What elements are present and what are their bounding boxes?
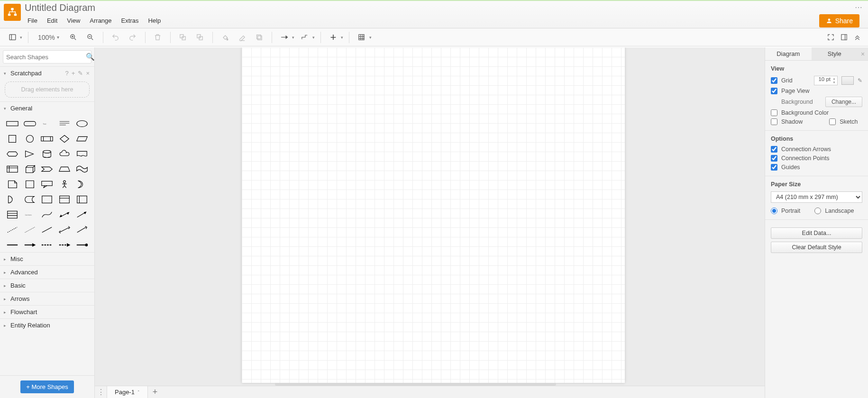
more-shapes-button[interactable]: + More Shapes bbox=[20, 380, 74, 393]
shape-cylinder[interactable] bbox=[39, 148, 55, 160]
fill-color-button[interactable] bbox=[219, 31, 232, 44]
background-color-checkbox[interactable] bbox=[771, 109, 777, 116]
app-logo-icon[interactable] bbox=[4, 4, 21, 21]
shape-directional-arrow[interactable] bbox=[74, 208, 90, 221]
search-shapes-input[interactable]: 🔍 bbox=[3, 50, 91, 63]
document-title[interactable]: Untitled Diagram bbox=[25, 1, 164, 13]
table-button[interactable] bbox=[355, 31, 368, 44]
zoom-in-button[interactable] bbox=[67, 31, 80, 44]
shape-document[interactable] bbox=[74, 148, 90, 160]
shape-parallelogram[interactable] bbox=[74, 133, 90, 145]
shape-list[interactable] bbox=[5, 208, 20, 221]
category-misc[interactable]: ▸Misc bbox=[0, 252, 94, 265]
menu-extras[interactable]: Extras bbox=[118, 15, 143, 26]
shape-circle[interactable] bbox=[22, 133, 38, 145]
zoom-out-button[interactable] bbox=[84, 31, 97, 44]
category-entity-relation[interactable]: ▸Entity Relation bbox=[0, 318, 94, 332]
search-input-field[interactable] bbox=[6, 54, 86, 61]
shape-internal-storage[interactable] bbox=[5, 163, 20, 175]
tab-style[interactable]: Style bbox=[812, 47, 858, 60]
fullscreen-button[interactable] bbox=[825, 31, 836, 44]
shape-curve[interactable] bbox=[39, 208, 55, 221]
shape-link2[interactable] bbox=[22, 239, 38, 251]
add-page-button[interactable]: + bbox=[148, 386, 162, 398]
pages-menu-icon[interactable]: ⋮ bbox=[95, 386, 107, 398]
shadow-checkbox[interactable] bbox=[771, 118, 777, 125]
general-header[interactable]: ▾ General bbox=[0, 101, 94, 115]
shape-arrow-connector[interactable] bbox=[74, 224, 90, 236]
shape-datastore[interactable] bbox=[22, 193, 38, 206]
connection-points-checkbox[interactable] bbox=[771, 155, 777, 162]
shape-cube[interactable] bbox=[22, 163, 38, 175]
line-color-button[interactable] bbox=[236, 31, 249, 44]
shape-cloud[interactable] bbox=[57, 148, 73, 160]
page-tab-1[interactable]: Page-1 ˄ bbox=[107, 386, 148, 398]
diagram-page[interactable] bbox=[242, 47, 625, 383]
shape-textbox[interactable] bbox=[57, 118, 73, 130]
close-format-panel-icon[interactable]: × bbox=[858, 47, 868, 60]
shape-square[interactable] bbox=[5, 133, 20, 145]
portrait-radio[interactable] bbox=[771, 208, 777, 214]
shape-bidir-connector[interactable] bbox=[57, 224, 73, 236]
shape-link5[interactable] bbox=[74, 239, 90, 251]
connection-style-button[interactable] bbox=[278, 31, 291, 44]
shape-dashed-line[interactable] bbox=[5, 224, 20, 236]
menu-file[interactable]: File bbox=[24, 15, 41, 26]
shape-tape[interactable] bbox=[74, 163, 90, 175]
shape-trapezoid[interactable] bbox=[57, 163, 73, 175]
menu-edit[interactable]: Edit bbox=[43, 15, 61, 26]
grid-color-edit-icon[interactable]: ✎ bbox=[858, 77, 862, 84]
shape-line[interactable] bbox=[39, 224, 55, 236]
sidebar-toggle-button[interactable] bbox=[6, 31, 19, 44]
connection-arrows-checkbox[interactable] bbox=[771, 146, 777, 153]
paper-size-select[interactable]: A4 (210 mm x 297 mm) bbox=[771, 191, 862, 203]
category-advanced[interactable]: ▸Advanced bbox=[0, 265, 94, 279]
grid-checkbox[interactable] bbox=[771, 77, 777, 84]
share-button[interactable]: Share bbox=[819, 14, 859, 27]
format-panel-toggle-button[interactable] bbox=[839, 31, 849, 44]
scratchpad-edit-icon[interactable]: ✎ bbox=[78, 70, 83, 77]
sketch-checkbox[interactable] bbox=[829, 118, 836, 125]
shape-process[interactable] bbox=[39, 133, 55, 145]
shape-bidirectional-arrow[interactable] bbox=[57, 208, 73, 221]
shape-dotted-line[interactable] bbox=[22, 224, 38, 236]
scratchpad-add-icon[interactable]: + bbox=[72, 70, 75, 77]
menu-arrange[interactable]: Arrange bbox=[86, 15, 115, 26]
category-basic[interactable]: ▸Basic bbox=[0, 279, 94, 292]
grid-color-chip[interactable] bbox=[841, 76, 854, 85]
shadow-button[interactable] bbox=[253, 31, 266, 44]
scratchpad-header[interactable]: ▾ Scratchpad ? + ✎ × bbox=[0, 66, 94, 80]
change-background-button[interactable]: Change... bbox=[825, 97, 862, 107]
shape-link4[interactable] bbox=[57, 239, 73, 251]
menu-help[interactable]: Help bbox=[144, 15, 164, 26]
shape-container-h[interactable] bbox=[57, 193, 73, 206]
tab-diagram[interactable]: Diagram bbox=[765, 47, 812, 60]
shape-note[interactable] bbox=[5, 178, 20, 190]
shape-diamond[interactable] bbox=[57, 133, 73, 145]
edit-data-button[interactable]: Edit Data... bbox=[771, 227, 862, 239]
landscape-radio[interactable] bbox=[814, 208, 821, 214]
undo-button[interactable] bbox=[109, 31, 122, 44]
shape-card[interactable] bbox=[22, 178, 38, 190]
stepper-up-icon[interactable]: ▲ bbox=[831, 77, 837, 81]
shape-link1[interactable] bbox=[5, 239, 20, 251]
shape-callout[interactable] bbox=[39, 178, 55, 190]
category-arrows[interactable]: ▸Arrows bbox=[0, 292, 94, 305]
to-front-button[interactable] bbox=[176, 31, 190, 44]
shape-and[interactable] bbox=[5, 193, 20, 206]
delete-button[interactable] bbox=[151, 31, 164, 44]
scratchpad-close-icon[interactable]: × bbox=[86, 70, 90, 77]
grid-size-input[interactable]: 10 pt ▲▼ bbox=[814, 76, 838, 85]
shape-or[interactable] bbox=[74, 178, 90, 190]
insert-button[interactable]: + bbox=[327, 31, 340, 44]
shape-hexagon[interactable] bbox=[5, 148, 20, 160]
stepper-down-icon[interactable]: ▼ bbox=[831, 81, 837, 84]
shape-container-v[interactable] bbox=[74, 193, 90, 206]
zoom-dropdown[interactable]: 100% ▾ bbox=[34, 34, 63, 41]
canvas[interactable]: ⋮ Page-1 ˄ + bbox=[95, 47, 765, 398]
clear-default-style-button[interactable]: Clear Default Style bbox=[771, 242, 862, 253]
collapse-toolbar-button[interactable] bbox=[852, 31, 862, 44]
category-flowchart[interactable]: ▸Flowchart bbox=[0, 305, 94, 318]
waypoint-style-button[interactable] bbox=[298, 31, 311, 44]
shape-step[interactable] bbox=[39, 163, 55, 175]
